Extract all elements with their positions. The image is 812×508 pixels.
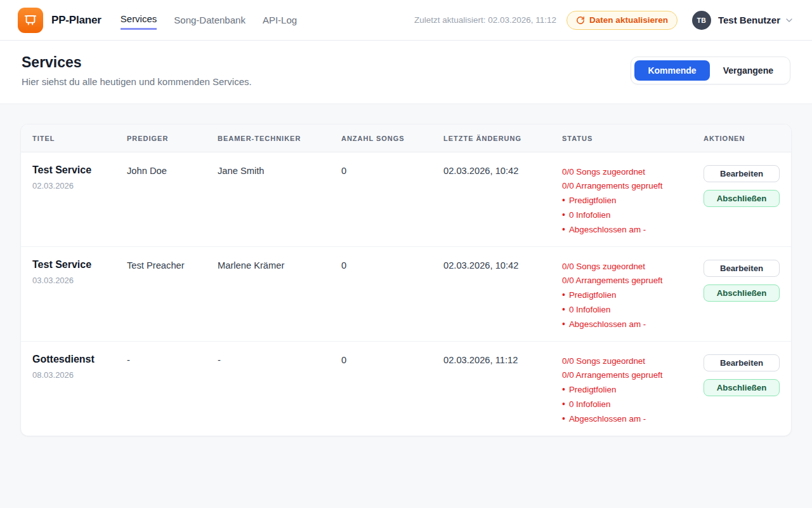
status-text: Predigtfolien: [569, 288, 616, 302]
page-title: Services: [22, 54, 252, 71]
page-subtitle: Hier siehst du alle heutigen und kommend…: [22, 76, 252, 87]
title-cell: Test Service 02.03.2026: [32, 164, 127, 190]
status-line: •Predigtfolien: [562, 288, 704, 302]
preacher-cell: Test Preacher: [127, 259, 218, 271]
main-nav: Services Song-Datenbank API-Log: [121, 10, 297, 30]
status-text: 0 Infofolien: [569, 398, 611, 411]
status-line: 0/0 Songs zugeordnet: [562, 260, 704, 274]
status-text: Abgeschlossen am -: [569, 412, 646, 426]
preacher-cell: -: [127, 354, 218, 365]
actions-cell: Bearbeiten Abschließen: [704, 354, 780, 396]
title-cell: Gottesdienst 08.03.2026: [32, 354, 127, 380]
service-date: 08.03.2026: [32, 370, 127, 380]
bullet-marker: •: [562, 302, 565, 316]
edit-button[interactable]: Bearbeiten: [704, 354, 780, 371]
bullet-marker: •: [562, 193, 565, 207]
status-text: Predigtfolien: [569, 194, 616, 208]
services-table-card: TITEL PREDIGER BEAMER-TECHNIKER ANZAHL S…: [20, 124, 792, 436]
status-text: 0/0 Arrangements geprueft: [562, 274, 663, 288]
chevron-down-icon: [780, 15, 794, 25]
actions-cell: Bearbeiten Abschließen: [704, 259, 780, 302]
refresh-button-label: Daten aktualisieren: [589, 15, 668, 25]
filter-kommende-button[interactable]: Kommende: [634, 60, 709, 81]
column-header-status: STATUS: [562, 135, 704, 142]
status-text: 0 Infofolien: [569, 303, 611, 317]
table-row: Gottesdienst 08.03.2026 - - 0 02.03.2026…: [21, 342, 791, 436]
page-header-text: Services Hier siehst du alle heutigen un…: [22, 54, 252, 87]
projector-screen-icon: [23, 13, 37, 27]
status-text: 0/0 Arrangements geprueft: [562, 179, 663, 193]
table-row: Test Service 03.03.2026 Test Preacher Ma…: [21, 247, 791, 342]
actions-cell: Bearbeiten Abschließen: [704, 164, 780, 207]
column-header-titel: TITEL: [32, 135, 127, 142]
bullet-marker: •: [562, 222, 565, 236]
status-cell: 0/0 Songs zugeordnet 0/0 Arrangements ge…: [562, 164, 704, 237]
bullet-marker: •: [562, 288, 565, 302]
song-count-cell: 0: [341, 259, 443, 271]
status-line: •Abgeschlossen am -: [562, 222, 704, 237]
last-modified-cell: 02.03.2026, 11:12: [443, 354, 562, 365]
column-header-anzahl-songs: ANZAHL SONGS: [341, 135, 443, 142]
bullet-marker: •: [562, 411, 565, 425]
topbar: PP-Planer Services Song-Datenbank API-Lo…: [0, 0, 812, 41]
last-modified-cell: 02.03.2026, 10:42: [443, 164, 562, 176]
main-content: TITEL PREDIGER BEAMER-TECHNIKER ANZAHL S…: [0, 104, 812, 456]
service-title: Test Service: [32, 164, 127, 176]
column-header-prediger: PREDIGER: [127, 135, 218, 142]
last-updated-text: Zuletzt aktualisiert: 02.03.2026, 11:12: [414, 15, 556, 25]
status-line: 0/0 Arrangements geprueft: [562, 368, 704, 382]
status-line: •Predigtfolien: [562, 382, 704, 397]
refresh-data-button[interactable]: Daten aktualisieren: [566, 11, 678, 30]
beamer-tech-cell: -: [218, 354, 341, 365]
beamer-tech-cell: Marlene Krämer: [218, 259, 341, 271]
user-menu[interactable]: TB Test Benutzer: [692, 11, 794, 30]
status-text: 0/0 Arrangements geprueft: [562, 368, 663, 382]
complete-button[interactable]: Abschließen: [704, 284, 780, 302]
status-text: 0/0 Songs zugeordnet: [562, 354, 645, 368]
edit-button[interactable]: Bearbeiten: [704, 260, 780, 277]
beamer-tech-cell: Jane Smith: [218, 164, 341, 176]
bullet-marker: •: [562, 208, 565, 222]
status-line: •Abgeschlossen am -: [562, 411, 704, 426]
status-text: 0/0 Songs zugeordnet: [562, 260, 645, 274]
status-cell: 0/0 Songs zugeordnet 0/0 Arrangements ge…: [562, 259, 704, 331]
last-modified-cell: 02.03.2026, 10:42: [443, 259, 562, 271]
complete-button[interactable]: Abschließen: [704, 190, 780, 207]
status-text: 0 Infofolien: [569, 208, 611, 222]
status-line: 0/0 Songs zugeordnet: [562, 165, 704, 179]
service-title: Gottesdienst: [32, 354, 127, 365]
avatar: TB: [692, 11, 711, 30]
refresh-icon: [576, 16, 585, 25]
status-line: •0 Infofolien: [562, 208, 704, 222]
nav-item-services[interactable]: Services: [121, 10, 157, 30]
preacher-cell: John Doe: [127, 164, 218, 176]
brand-name: PP-Planer: [51, 14, 102, 27]
status-text: Abgeschlossen am -: [569, 318, 646, 331]
column-header-letzte-aenderung: LETZTE ÄNDERUNG: [443, 135, 562, 142]
nav-item-song-datenbank[interactable]: Song-Datenbank: [174, 11, 246, 29]
status-text: Abgeschlossen am -: [569, 223, 646, 237]
status-cell: 0/0 Songs zugeordnet 0/0 Arrangements ge…: [562, 354, 704, 426]
status-line: •Abgeschlossen am -: [562, 317, 704, 331]
nav-item-api-log[interactable]: API-Log: [263, 11, 297, 29]
column-header-aktionen: AKTIONEN: [704, 135, 780, 142]
app-logo: [18, 8, 43, 33]
status-line: •Predigtfolien: [562, 193, 704, 208]
status-text: 0/0 Songs zugeordnet: [562, 165, 645, 179]
complete-button[interactable]: Abschließen: [704, 379, 780, 396]
status-line: 0/0 Arrangements geprueft: [562, 179, 704, 193]
status-text: Predigtfolien: [569, 383, 616, 397]
title-cell: Test Service 03.03.2026: [32, 259, 127, 285]
song-count-cell: 0: [341, 164, 443, 176]
status-line: 0/0 Arrangements geprueft: [562, 274, 704, 288]
status-line: 0/0 Songs zugeordnet: [562, 354, 704, 368]
service-date: 03.03.2026: [32, 276, 127, 285]
status-line: •0 Infofolien: [562, 397, 704, 411]
edit-button[interactable]: Bearbeiten: [704, 165, 780, 182]
bullet-marker: •: [562, 317, 565, 331]
table-row: Test Service 02.03.2026 John Doe Jane Sm…: [21, 152, 791, 247]
filter-vergangene-button[interactable]: Vergangene: [710, 60, 787, 81]
user-name: Test Benutzer: [718, 15, 780, 25]
song-count-cell: 0: [341, 354, 443, 365]
service-title: Test Service: [32, 259, 127, 271]
